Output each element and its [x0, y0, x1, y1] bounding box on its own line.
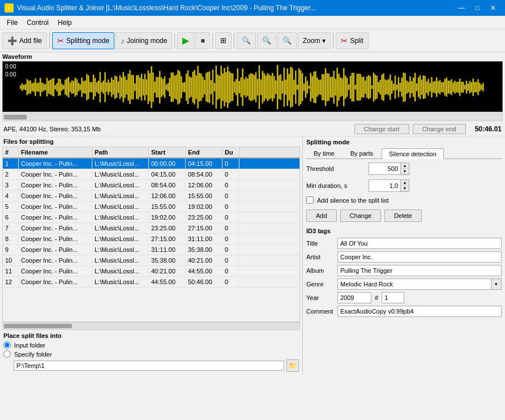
svg-rect-124	[224, 68, 225, 106]
svg-rect-144	[257, 79, 258, 95]
folder-path-input[interactable]	[14, 361, 284, 371]
svg-rect-66	[127, 74, 129, 101]
table-row[interactable]: 3 Cooper Inc. - Pulin... L:\Music\Lossl.…	[3, 180, 299, 191]
id3-year-input[interactable]	[337, 292, 371, 303]
id3-comment-input[interactable]	[337, 306, 502, 317]
split-button[interactable]: ✂ Split	[336, 32, 368, 49]
svg-rect-93	[172, 72, 173, 102]
threshold-up-button[interactable]: ▲	[401, 163, 409, 169]
cell-du: 0	[222, 255, 239, 265]
table-row[interactable]: 9 Cooper Inc. - Pulin... L:\Music\Lossl.…	[3, 245, 299, 255]
id3-title-input[interactable]	[337, 238, 502, 249]
table-hscroll-thumb[interactable]	[4, 324, 72, 328]
change-end-button[interactable]: Change end	[413, 124, 466, 134]
svg-rect-209	[365, 80, 366, 93]
tab-by-parts[interactable]: By parts	[343, 148, 380, 158]
tab-silence-detection[interactable]: Silence detection	[382, 148, 444, 159]
change-button[interactable]: Change	[340, 209, 382, 222]
add-silence-checkbox[interactable]	[306, 196, 314, 204]
cell-start: 04:15.00	[149, 169, 186, 179]
min-duration-up-button[interactable]: ▲	[401, 180, 409, 186]
genre-dropdown-button[interactable]: ▾	[491, 278, 502, 290]
waveform-scrollbar[interactable]	[2, 113, 503, 121]
table-row[interactable]: 12 Cooper Inc. - Pulin... L:\Music\Lossl…	[3, 277, 299, 288]
cell-start: 27:15.00	[149, 234, 186, 244]
music-join-icon: ♪	[121, 36, 125, 45]
joining-mode-button[interactable]: ♪ Joining mode	[115, 32, 172, 49]
zoom-dropdown-button[interactable]: Zoom ▾	[298, 32, 331, 49]
threshold-input[interactable]	[369, 164, 400, 173]
play-icon: ▶	[182, 35, 189, 46]
cue-button[interactable]: ⊞	[215, 32, 232, 49]
id3-genre-input[interactable]	[337, 278, 491, 290]
svg-rect-3	[23, 85, 24, 89]
svg-rect-169	[298, 68, 299, 106]
close-button[interactable]: ✕	[486, 2, 500, 14]
cell-num: 6	[3, 212, 19, 222]
cell-filename: Cooper Inc. - Pulin...	[19, 180, 92, 190]
table-row[interactable]: 7 Cooper Inc. - Pulin... L:\Music\Lossl.…	[3, 223, 299, 234]
menu-file[interactable]: File	[2, 18, 22, 28]
id3-track-input[interactable]	[382, 292, 404, 303]
cell-path: L:\Music\Lossl...	[92, 180, 149, 190]
play-button[interactable]: ▶	[177, 32, 194, 49]
specify-folder-radio[interactable]	[3, 350, 11, 358]
svg-rect-162	[287, 68, 288, 106]
table-row[interactable]: 10 Cooper Inc. - Pulin... L:\Music\Lossl…	[3, 255, 299, 266]
change-start-button[interactable]: Change start	[354, 124, 409, 134]
cell-end: 15:55.00	[186, 191, 222, 201]
menu-help[interactable]: Help	[53, 18, 76, 28]
minimize-button[interactable]: —	[454, 2, 469, 14]
browse-folder-button[interactable]: 📁	[286, 359, 299, 372]
table-row[interactable]: 4 Cooper Inc. - Pulin... L:\Music\Lossl.…	[3, 191, 299, 202]
stop-button[interactable]: ■	[195, 32, 209, 49]
svg-rect-167	[295, 71, 296, 104]
table-row[interactable]: 6 Cooper Inc. - Pulin... L:\Music\Lossl.…	[3, 212, 299, 223]
svg-rect-53	[106, 83, 107, 92]
splitting-mode-button[interactable]: ✂ Splitting mode	[52, 32, 114, 49]
svg-rect-13	[40, 78, 41, 96]
svg-rect-225	[391, 80, 392, 93]
min-duration-down-button[interactable]: ▼	[401, 186, 409, 191]
svg-rect-73	[139, 78, 140, 97]
tab-by-time[interactable]: By time	[306, 148, 342, 158]
id3-album-input[interactable]	[337, 265, 502, 276]
id3-artist-input[interactable]	[337, 251, 502, 263]
svg-rect-232	[403, 72, 404, 102]
svg-rect-76	[144, 74, 145, 101]
threshold-down-button[interactable]: ▼	[401, 169, 409, 174]
svg-rect-128	[230, 73, 232, 101]
delete-button[interactable]: Delete	[384, 209, 422, 222]
svg-rect-175	[309, 85, 310, 88]
cell-filename: Cooper Inc. - Pulin...	[19, 169, 92, 179]
svg-rect-1	[20, 85, 21, 89]
svg-rect-241	[418, 78, 419, 97]
zoom-in-button[interactable]: 🔍	[237, 32, 256, 49]
svg-rect-166	[293, 80, 294, 95]
table-row[interactable]: 2 Cooper Inc. - Pulin... L:\Music\Lossl.…	[3, 169, 299, 180]
svg-rect-276	[476, 82, 477, 93]
zoom-fit-button[interactable]: 🔍	[277, 32, 297, 49]
svg-rect-7	[30, 80, 31, 94]
add-button[interactable]: Add	[306, 209, 337, 222]
table-row[interactable]: 8 Cooper Inc. - Pulin... L:\Music\Lossl.…	[3, 234, 299, 245]
min-duration-input[interactable]	[369, 181, 400, 190]
table-row[interactable]: 5 Cooper Inc. - Pulin... L:\Music\Lossl.…	[3, 202, 299, 212]
svg-rect-79	[149, 73, 150, 101]
table-row[interactable]: 11 Cooper Inc. - Pulin... L:\Music\Lossl…	[3, 266, 299, 277]
maximize-button[interactable]: □	[470, 2, 485, 14]
zoom-out-icon: 🔍	[262, 36, 271, 45]
table-hscroll[interactable]	[2, 322, 300, 330]
svg-rect-33	[73, 81, 74, 93]
svg-rect-253	[438, 82, 439, 93]
cell-start: 08:54.00	[149, 180, 186, 190]
add-file-button[interactable]: ➕ Add file	[2, 32, 47, 49]
input-folder-radio[interactable]	[3, 341, 11, 349]
zoom-out-button[interactable]: 🔍	[257, 32, 276, 49]
waveform-scrollbar-thumb[interactable]	[4, 115, 27, 119]
menu-control[interactable]: Control	[22, 18, 53, 28]
waveform-display[interactable]: 0:00 0:00 // Generate waveform bars dyna…	[2, 61, 503, 112]
file-table[interactable]: # Filename Path Start End Du 1 Cooper In…	[2, 147, 300, 322]
left-panel: Files for splitting # Filename Path Star…	[0, 136, 303, 374]
table-row[interactable]: 1 Cooper Inc. - Pulin... L:\Music\Lossl.…	[3, 158, 299, 169]
